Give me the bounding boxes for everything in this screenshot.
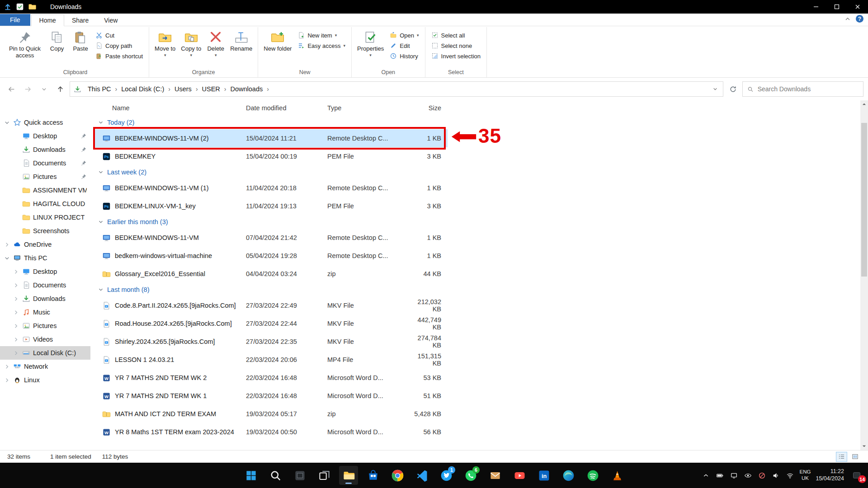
taskbar-chrome-button[interactable] — [388, 466, 407, 485]
file-group-header-earlier-this-month-3[interactable]: Earlier this month (3) — [93, 215, 448, 229]
recent-locations-button[interactable] — [37, 82, 51, 96]
file-row-glossary-excel2016-essential[interactable]: Glossary_Excel2016_Essential04/04/2024 0… — [93, 265, 448, 283]
tray-blocked-button[interactable] — [758, 471, 767, 480]
sidebar-item-desktop[interactable]: Desktop — [0, 129, 90, 143]
address-dropdown-icon[interactable] — [710, 86, 720, 92]
taskbar-edge-button[interactable] — [559, 466, 578, 485]
ribbon-button-rename[interactable]: Rename — [228, 28, 255, 53]
ribbon-button-cut[interactable]: Cut — [93, 31, 146, 40]
sidebar-item-downloads[interactable]: Downloads — [0, 143, 90, 156]
chevron-right-icon[interactable] — [4, 241, 10, 248]
file-row-bedkem-windows-11-vm[interactable]: BEDKEM-WINDOWS-11-VM07/04/2024 21:42Remo… — [93, 229, 448, 247]
ribbon-button-select-none[interactable]: Select none — [429, 41, 483, 50]
refresh-button[interactable] — [726, 82, 740, 96]
file-row-road-house-2024-x265-9jarocks-com[interactable]: Road.House.2024.x265.[9jaRocks.Com]27/03… — [93, 314, 448, 333]
sidebar-item-screenshots[interactable]: Screenshots — [0, 224, 90, 238]
new-folder-qat-icon[interactable] — [28, 3, 36, 11]
sidebar-item-downloads[interactable]: Downloads — [0, 292, 90, 305]
ribbon-button-paste-shortcut[interactable]: Paste shortcut — [93, 52, 146, 61]
close-button[interactable] — [847, 0, 868, 14]
ribbon-button-pin-to-quick-access[interactable]: Pin to Quick access — [5, 28, 45, 60]
sidebar-item-pictures[interactable]: Pictures — [0, 170, 90, 183]
file-row-math-and-ict-2nd-term-exam[interactable]: MATH AND ICT 2ND TERM EXAM19/03/2024 05:… — [93, 405, 448, 423]
ribbon-button-delete[interactable]: Delete▾ — [204, 28, 227, 58]
thumbnail-view-button[interactable] — [849, 452, 861, 462]
taskbar-whatsapp-button[interactable]: 6 — [461, 466, 480, 485]
sidebar-item-assignment-vm[interactable]: ASSIGNMENT VM — [0, 183, 90, 197]
chevron-down-icon[interactable] — [98, 286, 104, 293]
back-button[interactable] — [5, 82, 18, 96]
breadcrumb-item-downloads[interactable]: Downloads — [227, 85, 267, 93]
taskbar-vscode-button[interactable] — [412, 466, 431, 485]
sidebar-item-quick-access[interactable]: Quick access — [0, 116, 90, 129]
chevron-down-icon[interactable] — [4, 255, 10, 262]
search-input[interactable] — [758, 85, 859, 93]
file-row-code-8-part-ii-2024-x265-9jarocks-com[interactable]: Code.8.Part.II.2024.x265.[9jaRocks.Com]2… — [93, 296, 448, 314]
sidebar-item-hagital-cloud-cc[interactable]: HAGITAL CLOUD CC — [0, 197, 90, 211]
tab-share[interactable]: Share — [64, 15, 96, 26]
sidebar-item-desktop[interactable]: Desktop — [0, 265, 90, 278]
chevron-right-icon[interactable] — [13, 336, 19, 343]
taskbar-explorer-button[interactable] — [339, 466, 358, 485]
help-button[interactable]: ? — [856, 15, 863, 23]
chevron-down-icon[interactable] — [4, 119, 10, 126]
taskbar-search-button[interactable] — [266, 466, 285, 485]
file-row-shirley-2024-x265-9jarocks-com[interactable]: Shirley.2024.x265.[9jaRocks.Com]27/03/20… — [93, 333, 448, 351]
breadcrumb-item-user[interactable]: USER — [198, 85, 224, 93]
file-row-lesson-1-24-03-21[interactable]: LESSON 1 24.03.2122/03/2024 20:06MP4 Fil… — [93, 351, 448, 369]
chevron-right-icon[interactable] — [13, 282, 19, 289]
tray-wifi-button[interactable] — [786, 471, 795, 480]
details-view-button[interactable] — [836, 452, 847, 462]
sidebar-item-music[interactable]: Music — [0, 305, 90, 319]
ribbon-button-open[interactable]: Open▾ — [387, 31, 421, 40]
sidebar-item-network[interactable]: Network — [0, 360, 90, 373]
sidebar-item-pictures[interactable]: Pictures — [0, 319, 90, 333]
file-group-header-last-week-2[interactable]: Last week (2) — [93, 165, 448, 179]
ribbon-button-move-to[interactable]: Move to▾ — [152, 28, 178, 58]
tab-home[interactable]: Home — [31, 14, 64, 26]
ribbon-button-copy[interactable]: Copy — [46, 28, 68, 53]
ribbon-button-paste[interactable]: Paste — [69, 28, 92, 53]
chevron-right-icon[interactable] — [13, 309, 19, 316]
ribbon-button-history[interactable]: History — [387, 52, 421, 61]
file-row-bedkem-windows-virtual-machine[interactable]: bedkem-windows-virtual-machine05/04/2024… — [93, 247, 448, 265]
minimize-button[interactable] — [806, 0, 826, 14]
sidebar-item-linux-project[interactable]: LINUX PROJECT — [0, 211, 90, 224]
vertical-scrollbar[interactable] — [860, 100, 868, 450]
ribbon-button-properties[interactable]: Properties▾ — [355, 28, 386, 58]
scroll-down-button[interactable] — [860, 442, 868, 450]
taskbar-task-view-button[interactable] — [315, 466, 334, 485]
taskbar-spotify-button[interactable] — [583, 466, 602, 485]
chevron-right-icon[interactable] — [13, 296, 19, 302]
breadcrumb-item-users[interactable]: Users — [171, 85, 195, 93]
file-row-bedkemkey[interactable]: PsBEDKEMKEY15/04/2024 00:19PEM File3 KB — [93, 147, 448, 165]
chevron-down-icon[interactable] — [98, 169, 104, 175]
sidebar-item-documents[interactable]: Documents — [0, 156, 90, 170]
sidebar-item-documents[interactable]: Documents — [0, 278, 90, 292]
column-header-size[interactable]: Size — [408, 104, 448, 112]
taskbar-twitter-button[interactable]: 1 — [437, 466, 456, 485]
notification-center-button[interactable]: 14 — [849, 469, 864, 482]
maximize-button[interactable] — [826, 0, 847, 14]
chevron-right-icon[interactable] — [4, 377, 10, 384]
column-header-type[interactable]: Type — [327, 104, 408, 112]
ribbon-button-new-folder[interactable]: New folder — [261, 28, 294, 53]
file-row-bedkem-linux-vm-1-key[interactable]: PsBEDKEM-LINUX-VM-1_key11/04/2024 19:13P… — [93, 197, 448, 215]
scroll-up-button[interactable] — [860, 100, 868, 108]
forward-button[interactable] — [21, 82, 34, 96]
chevron-down-icon[interactable] — [98, 119, 104, 126]
column-header-name[interactable]: Name — [102, 104, 246, 112]
sidebar-item-videos[interactable]: Videos — [0, 333, 90, 346]
file-row-bedkem-windows-11-vm-2[interactable]: BEDKEM-WINDOWS-11-VM (2)15/04/2024 11:21… — [93, 129, 448, 147]
taskbar-mail-button[interactable] — [486, 466, 505, 485]
ribbon-button-select-all[interactable]: Select all — [429, 31, 483, 40]
sidebar-item-linux[interactable]: Linux — [0, 373, 90, 387]
file-row-yr-8-maths-1st-term-exam-2023-2024[interactable]: WYR 8 Maths 1ST TERM exam 2023-202419/03… — [93, 423, 448, 441]
tray-speaker-button[interactable] — [772, 471, 781, 480]
sidebar-item-local-disk-c[interactable]: Local Disk (C:) — [0, 346, 90, 360]
language-indicator[interactable]: ENG UK — [800, 469, 811, 482]
file-row-yr-7-maths-2nd-term-wk-1[interactable]: WYR 7 MATHS 2ND TERM WK 122/03/2024 16:4… — [93, 387, 448, 405]
chevron-right-icon[interactable] — [13, 268, 19, 275]
tab-view[interactable]: View — [96, 15, 125, 26]
taskbar-start-button[interactable] — [241, 466, 260, 485]
